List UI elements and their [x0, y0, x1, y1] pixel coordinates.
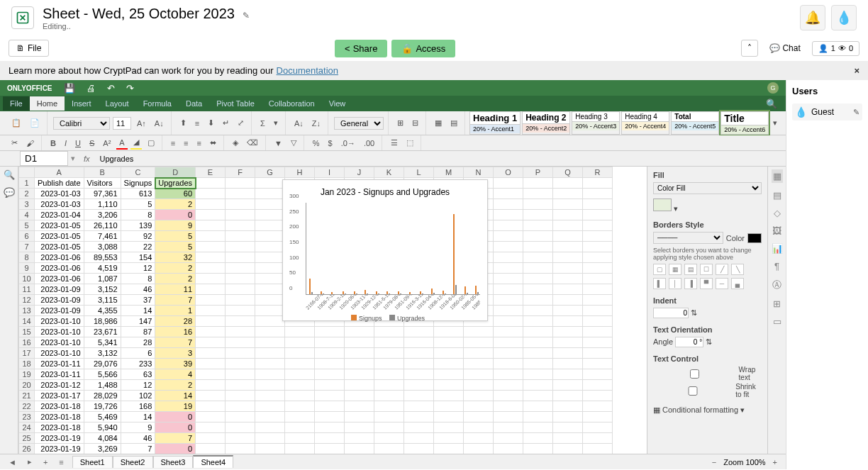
- tab-pivot-table[interactable]: Pivot Table: [209, 96, 262, 111]
- fill-mode-select[interactable]: Color Fill: [653, 182, 762, 194]
- font-selector[interactable]: Calibri: [53, 117, 110, 130]
- border-inner-icon[interactable]: ▦: [669, 264, 681, 275]
- named-range-icon[interactable]: ◈: [230, 137, 241, 149]
- documentation-link[interactable]: Documentation: [277, 65, 338, 76]
- format-icon[interactable]: ⬚: [404, 137, 416, 149]
- remove-filter-icon[interactable]: ▽: [288, 137, 299, 149]
- zoom-in-icon[interactable]: +: [770, 458, 780, 466]
- border-diag-icon[interactable]: ╱: [716, 264, 728, 275]
- border-top-icon[interactable]: ▀: [700, 278, 713, 289]
- decimal-inc-icon[interactable]: .0→: [338, 138, 358, 149]
- comments-icon[interactable]: 💬: [4, 187, 15, 198]
- zoom-level[interactable]: Zoom 100%: [723, 458, 765, 466]
- print-icon[interactable]: 🖨: [87, 83, 96, 94]
- wrap-text-checkbox[interactable]: [653, 369, 736, 379]
- style-heading-3[interactable]: Heading 320% - Accent3: [572, 111, 620, 135]
- delete-cells-icon[interactable]: ⊟: [409, 117, 421, 129]
- indent-spinner-icon[interactable]: ⇅: [691, 308, 697, 317]
- filter-icon[interactable]: ▼: [272, 138, 285, 149]
- wrap-icon[interactable]: ↵: [220, 117, 232, 129]
- tab-view[interactable]: View: [322, 96, 353, 111]
- textart-icon[interactable]: Ⓐ: [772, 279, 781, 291]
- cell-reference-input[interactable]: [20, 151, 68, 166]
- sheet-list-icon[interactable]: ≡: [56, 458, 66, 466]
- shape-settings-icon[interactable]: ◇: [774, 208, 781, 218]
- align-center-icon[interactable]: ≡: [181, 138, 191, 149]
- sort-desc-icon[interactable]: Z↓: [309, 118, 323, 129]
- sheet-first-icon[interactable]: ◄: [6, 458, 19, 466]
- embedded-chart[interactable]: Jan 2023 - Signups and Upgrades 05010015…: [282, 179, 488, 321]
- angle-spinner-icon[interactable]: ⇅: [706, 337, 712, 346]
- shrink-fit-checkbox[interactable]: [653, 386, 733, 396]
- border-outer-icon[interactable]: ▢: [653, 264, 666, 275]
- underline-button[interactable]: U: [72, 138, 84, 149]
- italic-button[interactable]: I: [62, 138, 69, 149]
- indent-input[interactable]: [653, 308, 689, 318]
- border-color-swatch[interactable]: [747, 233, 762, 243]
- clear-icon[interactable]: ⌫: [244, 137, 261, 149]
- sheet-tab-sheet2[interactable]: Sheet2: [113, 456, 153, 468]
- style-heading-1[interactable]: Heading 120% - Accent1: [469, 111, 521, 135]
- border-diag2-icon[interactable]: ╲: [731, 264, 744, 275]
- paragraph-icon[interactable]: ¶: [774, 261, 779, 272]
- slicer-icon[interactable]: ▭: [773, 316, 781, 327]
- fill-dropdown-icon[interactable]: ▾: [674, 204, 678, 213]
- insert-rows-icon[interactable]: ☰: [388, 137, 401, 149]
- table-icon[interactable]: ▤: [447, 117, 460, 129]
- fill-down-icon[interactable]: ▾: [271, 117, 281, 129]
- tab-formula[interactable]: Formula: [136, 96, 179, 111]
- style-heading-4[interactable]: Heading 420% - Accent4: [621, 111, 669, 135]
- tab-file[interactable]: File: [3, 96, 30, 111]
- style-total[interactable]: Total20% - Accent5: [671, 111, 719, 135]
- align-middle-icon[interactable]: ≡: [192, 118, 202, 129]
- find-icon[interactable]: 🔍: [4, 169, 15, 180]
- access-button[interactable]: 🔒Access: [391, 40, 455, 57]
- tab-data[interactable]: Data: [179, 96, 209, 111]
- paste-icon[interactable]: 📄: [27, 117, 43, 129]
- align-bottom-icon[interactable]: ⬇: [205, 117, 217, 129]
- sheet-tab-sheet1[interactable]: Sheet1: [72, 456, 113, 468]
- formula-value[interactable]: Upgrades: [96, 153, 786, 164]
- border-horiz-icon[interactable]: ─: [716, 278, 728, 289]
- redo-icon[interactable]: ↷: [126, 83, 134, 94]
- tab-home[interactable]: Home: [30, 96, 65, 111]
- tab-layout[interactable]: Layout: [99, 96, 136, 111]
- strike-button[interactable]: S: [87, 138, 97, 149]
- font-color-icon[interactable]: A: [116, 137, 127, 150]
- cryptpad-menu-icon[interactable]: 💧: [831, 5, 857, 30]
- ribbon-search-icon[interactable]: 🔍: [760, 99, 783, 109]
- image-settings-icon[interactable]: 🖼: [772, 225, 781, 236]
- conditional-formatting-link[interactable]: Conditional formatting: [662, 405, 738, 414]
- fx-label[interactable]: fx: [78, 155, 96, 163]
- users-count-badge[interactable]: 👤1 👁0: [812, 41, 859, 56]
- pivot-settings-icon[interactable]: ⊞: [773, 298, 781, 309]
- superscript-icon[interactable]: A²: [100, 138, 113, 149]
- cond-dropdown-icon[interactable]: ▾: [740, 405, 745, 414]
- fill-color-swatch[interactable]: [653, 198, 672, 211]
- tab-insert[interactable]: Insert: [65, 96, 99, 111]
- notifications-button[interactable]: 🔔: [800, 5, 825, 30]
- edit-title-icon[interactable]: ✎: [243, 11, 250, 21]
- align-left-icon[interactable]: ≡: [168, 138, 178, 149]
- bold-button[interactable]: B: [48, 138, 59, 149]
- format-painter-icon[interactable]: 🖌: [23, 138, 37, 149]
- angle-input[interactable]: [675, 337, 703, 347]
- chat-button[interactable]: 💬 Chat: [762, 40, 808, 56]
- file-menu-button[interactable]: 🗎File: [9, 40, 49, 57]
- orientation-icon[interactable]: ⤢: [235, 117, 247, 129]
- collapse-button[interactable]: ˄: [741, 40, 758, 57]
- save-icon[interactable]: 💾: [64, 83, 75, 94]
- chart-settings-icon[interactable]: 📊: [772, 243, 783, 254]
- accounting-icon[interactable]: $: [326, 138, 335, 149]
- table-settings-icon[interactable]: ▤: [773, 190, 781, 201]
- decrease-font-icon[interactable]: A↓: [152, 118, 167, 129]
- share-button[interactable]: <Share: [335, 40, 387, 57]
- merge-icon[interactable]: ⬌: [207, 137, 219, 149]
- zoom-out-icon[interactable]: −: [709, 458, 719, 466]
- fill-color-icon[interactable]: ◢: [130, 136, 142, 150]
- sum-icon[interactable]: Σ: [257, 118, 268, 129]
- tab-collaboration[interactable]: Collaboration: [262, 96, 322, 111]
- insert-cells-icon[interactable]: ⊞: [394, 117, 406, 129]
- cut-icon[interactable]: ✂: [9, 137, 21, 149]
- align-right-icon[interactable]: ≡: [194, 138, 204, 149]
